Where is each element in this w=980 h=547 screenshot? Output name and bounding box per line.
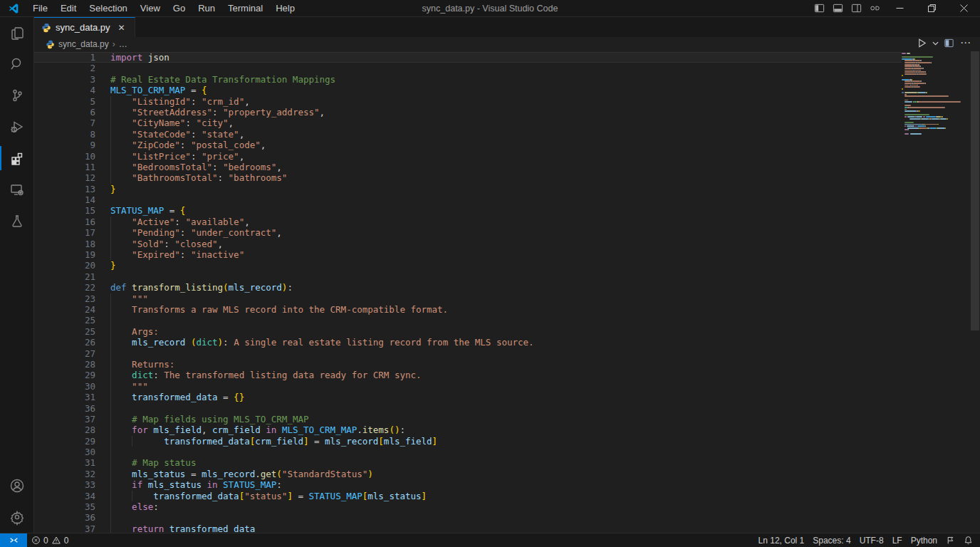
code-line[interactable]: 18 "Sold": "closed", [34,239,902,249]
line-number[interactable]: 7 [34,118,95,128]
code-line[interactable]: 19 "Expired": "inactive" [34,249,902,260]
code-line[interactable]: 24 Transforms a raw MLS record into the … [34,304,902,315]
line-number[interactable]: 17 [34,227,95,238]
code-line[interactable]: 16 "Active": "available", [34,217,902,227]
code-line[interactable]: 29 transformed_data[crm_field] = mls_rec… [34,436,902,447]
code-line[interactable]: 2 [34,63,902,73]
line-number[interactable]: 25 [34,326,95,337]
line-number[interactable]: 8 [34,129,95,140]
code-line[interactable]: 4MLS_TO_CRM_MAP = { [34,85,902,95]
code-line[interactable]: 35 else: [34,501,902,512]
code-line[interactable]: 25 Args: [34,326,902,337]
toggle-primary-sidebar-icon[interactable] [810,0,828,17]
line-number[interactable]: 26 [34,337,95,348]
settings-gear-icon[interactable] [0,501,34,533]
code-line[interactable]: 27 [34,348,902,359]
split-editor-icon[interactable] [940,35,957,51]
line-number[interactable]: 29 [34,436,95,447]
search-icon[interactable] [0,48,34,80]
breadcrumb-file[interactable]: sync_data.py [58,39,109,49]
line-number[interactable]: 30 [34,381,95,392]
source-control-icon[interactable] [0,80,34,111]
line-number[interactable]: 25 [34,315,95,325]
line-number[interactable]: 21 [34,271,95,282]
minimize-button[interactable] [884,0,916,17]
line-number[interactable]: 9 [34,140,95,150]
tab-close-icon[interactable]: ✕ [116,22,127,33]
line-number[interactable]: 4 [34,85,95,95]
code-line[interactable]: 30 [34,447,902,457]
code-line[interactable]: 33 if mls_status in STATUS_MAP: [34,479,902,490]
line-number[interactable]: 37 [34,414,95,424]
code-line[interactable]: 21 [34,271,902,282]
menu-terminal[interactable]: Terminal [221,0,269,17]
toggle-panel-icon[interactable] [828,0,847,17]
line-number[interactable]: 23 [34,293,95,304]
code-line[interactable]: 31 # Map status [34,457,902,468]
code-line[interactable]: 6 "StreetAddress": "property_address", [34,107,902,118]
line-number[interactable]: 31 [34,392,95,402]
code-line[interactable]: 14 [34,194,902,205]
line-number[interactable]: 3 [34,74,95,85]
code-line[interactable]: 20} [34,260,902,271]
line-number[interactable]: 13 [34,184,95,194]
menu-selection[interactable]: Selection [83,0,133,17]
run-and-debug-icon[interactable] [0,111,34,142]
minimap[interactable] [902,53,970,533]
code-line[interactable]: 34 transformed_data["status"] = STATUS_M… [34,491,902,501]
code-line[interactable]: 31 transformed_data = {} [34,392,902,402]
line-number[interactable]: 2 [34,63,95,73]
notifications-bell-icon[interactable] [959,533,977,547]
scrollbar-slider[interactable] [971,51,979,330]
line-number[interactable]: 27 [34,348,95,359]
line-number[interactable]: 1 [34,52,95,63]
code-line[interactable]: 15STATUS_MAP = { [34,205,902,216]
code-line[interactable]: 11 "BedroomsTotal": "bedrooms", [34,162,902,172]
line-number[interactable]: 5 [34,96,95,107]
more-actions-icon[interactable]: ⋯ [957,35,974,51]
code-line[interactable]: 28 for mls_field, crm_field in MLS_TO_CR… [34,424,902,435]
line-number[interactable]: 20 [34,260,95,271]
line-number[interactable]: 10 [34,151,95,162]
code-line[interactable]: 30 """ [34,381,902,392]
line-number[interactable]: 32 [34,469,95,479]
language-mode[interactable]: Python [907,533,942,547]
line-number[interactable]: 36 [34,512,95,523]
line-number[interactable]: 19 [34,249,95,260]
line-number[interactable]: 31 [34,457,95,468]
line-number[interactable]: 34 [34,491,95,501]
close-window-button[interactable] [948,0,980,17]
feedback-flag-icon[interactable] [942,533,959,547]
line-number[interactable]: 28 [34,359,95,370]
line-number[interactable]: 35 [34,501,95,512]
line-number[interactable]: 28 [34,424,95,435]
menu-help[interactable]: Help [269,0,301,17]
code-line[interactable]: 3# Real Estate Data Transformation Mappi… [34,74,902,85]
line-number[interactable]: 30 [34,447,95,457]
breadcrumb-symbol-more[interactable]: … [119,39,127,49]
code-line[interactable]: 37 # Map fields using MLS_TO_CRM_MAP [34,414,902,424]
code-line[interactable]: 29 dict: The transformed listing data re… [34,370,902,380]
run-python-file-icon[interactable] [913,35,930,51]
extensions-icon[interactable] [0,142,34,174]
vertical-scrollbar[interactable] [970,51,980,533]
code-line[interactable]: 10 "ListPrice": "price", [34,151,902,162]
line-number[interactable]: 24 [34,304,95,315]
line-number[interactable]: 33 [34,479,95,490]
code-line[interactable]: 36 [34,512,902,523]
eol-setting[interactable]: LF [888,533,907,547]
menu-go[interactable]: Go [167,0,192,17]
code-line[interactable]: 22def transform_listing(mls_record): [34,282,902,293]
line-number[interactable]: 37 [34,523,95,533]
code-line[interactable]: 17 "Pending": "under_contract", [34,227,902,238]
code-line[interactable]: 23 """ [34,293,902,304]
run-dropdown-chevron-icon[interactable] [930,35,940,51]
tab-sync-data-py[interactable]: sync_data.py ✕ [34,17,135,37]
cursor-position[interactable]: Ln 12, Col 1 [754,533,809,547]
code-line[interactable]: 13} [34,184,902,194]
code-line[interactable]: 37 return transformed_data [34,523,902,533]
line-number[interactable]: 29 [34,370,95,380]
toggle-secondary-sidebar-icon[interactable] [847,0,865,17]
code-line[interactable]: 12 "BathroomsTotal": "bathrooms" [34,172,902,183]
customize-layout-icon[interactable] [865,0,884,17]
